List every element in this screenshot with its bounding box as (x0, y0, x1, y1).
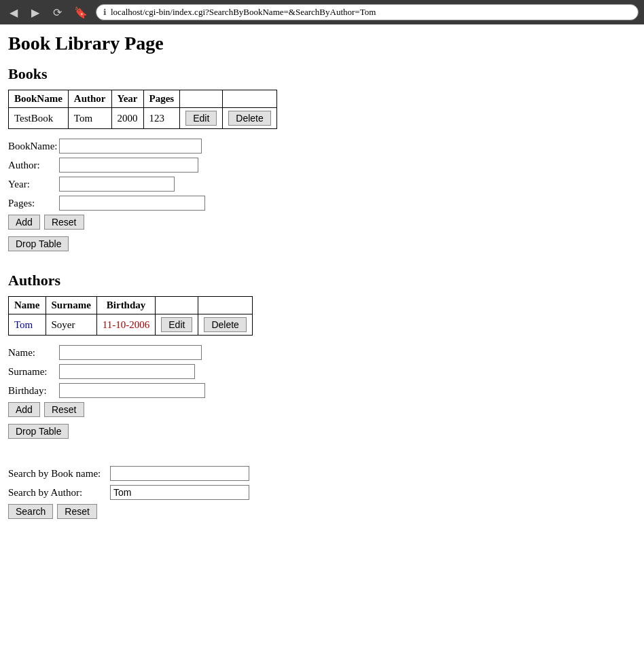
books-form-buttons: Add Reset (8, 215, 636, 230)
books-reset-button[interactable]: Reset (44, 215, 84, 230)
search-author-input[interactable] (110, 485, 249, 500)
search-bookname-group: Search by Book name: (8, 466, 636, 481)
books-drop-table-button[interactable]: Drop Table (8, 236, 69, 251)
books-bookname-input[interactable] (59, 139, 202, 154)
books-year-label: Year: (8, 179, 59, 190)
authors-col-surname: Surname (46, 297, 96, 314)
authors-birthday-group: Birthday: (8, 383, 636, 398)
authors-drop-table-button[interactable]: Drop Table (8, 424, 69, 439)
browser-chrome: ◀ ▶ ⟳ 🔖 ℹ localhost/cgi-bin/index.cgi?Se… (0, 0, 644, 24)
authors-section: Authors Name Surname Birthday Tom Soyer … (8, 272, 636, 452)
lock-icon: ℹ (103, 7, 107, 18)
books-section: Books BookName Author Year Pages TestBoo… (8, 65, 636, 265)
page-title: Book Library Page (8, 33, 636, 54)
authors-col-edit-header (156, 297, 198, 314)
search-bookname-input[interactable] (110, 466, 249, 481)
books-pages-group: Pages: (8, 196, 636, 211)
authors-surname-input[interactable] (59, 364, 195, 379)
reload-button[interactable]: ⟳ (49, 5, 66, 20)
authors-table: Name Surname Birthday Tom Soyer 11-10-20… (8, 296, 253, 336)
books-author-label: Author: (8, 160, 59, 171)
books-col-author: Author (68, 90, 111, 108)
authors-name-input[interactable] (59, 345, 202, 360)
books-year-group: Year: (8, 177, 636, 192)
books-row-delete-cell: Delete (223, 108, 276, 129)
forward-button[interactable]: ▶ (27, 5, 43, 20)
authors-birthday-label: Birthday: (8, 385, 59, 397)
books-col-pages: Pages (143, 90, 180, 108)
authors-reset-button[interactable]: Reset (44, 402, 84, 417)
authors-form: Name: Surname: Birthday: Add Reset (8, 345, 636, 417)
books-form: BookName: Author: Year: Pages: Add Reset (8, 139, 636, 230)
books-row-pages: 123 (143, 108, 180, 129)
books-table: BookName Author Year Pages TestBook Tom … (8, 90, 277, 129)
books-delete-button[interactable]: Delete (228, 111, 270, 126)
search-author-group: Search by Author: (8, 485, 636, 500)
authors-row-name: Tom (9, 314, 46, 336)
authors-surname-group: Surname: (8, 364, 636, 379)
authors-section-title: Authors (8, 272, 636, 289)
authors-row-birthday: 11-10-2006 (96, 314, 155, 336)
authors-row-edit-cell: Edit (156, 314, 198, 336)
authors-col-birthday: Birthday (96, 297, 155, 314)
books-bookname-label: BookName: (8, 141, 59, 152)
books-year-input[interactable] (59, 177, 175, 192)
search-buttons: Search Reset (8, 504, 636, 519)
books-author-group: Author: (8, 158, 636, 173)
bookmark-button[interactable]: 🔖 (71, 5, 90, 20)
authors-table-row: Tom Soyer 11-10-2006 Edit Delete (9, 314, 253, 336)
books-row-edit-cell: Edit (180, 108, 223, 129)
authors-col-name: Name (9, 297, 46, 314)
authors-col-delete-header (198, 297, 252, 314)
authors-delete-button[interactable]: Delete (204, 317, 246, 332)
books-col-year: Year (111, 90, 143, 108)
books-bookname-group: BookName: (8, 139, 636, 154)
books-add-button[interactable]: Add (8, 215, 40, 230)
authors-row-delete-cell: Delete (198, 314, 252, 336)
books-col-edit-header (180, 90, 223, 108)
authors-add-button[interactable]: Add (8, 402, 40, 417)
books-row-year: 2000 (111, 108, 143, 129)
search-bookname-label: Search by Book name: (8, 468, 110, 480)
authors-edit-button[interactable]: Edit (161, 317, 192, 332)
search-author-label: Search by Author: (8, 487, 110, 499)
search-button[interactable]: Search (8, 504, 53, 519)
books-edit-button[interactable]: Edit (185, 111, 217, 126)
authors-form-buttons: Add Reset (8, 402, 636, 417)
books-col-delete-header (223, 90, 276, 108)
authors-name-group: Name: (8, 345, 636, 360)
address-bar: ℹ localhost/cgi-bin/index.cgi?SearchByBo… (96, 4, 639, 20)
back-button[interactable]: ◀ (5, 5, 22, 20)
search-reset-button[interactable]: Reset (57, 504, 97, 519)
search-section: Search by Book name: Search by Author: S… (8, 466, 636, 519)
url-text: localhost/cgi-bin/index.cgi?SearchByBook… (111, 7, 376, 18)
books-col-bookname: BookName (9, 90, 69, 108)
authors-row-surname: Soyer (46, 314, 96, 336)
authors-surname-label: Surname: (8, 366, 59, 378)
authors-name-label: Name: (8, 347, 59, 359)
books-pages-input[interactable] (59, 196, 205, 211)
authors-birthday-input[interactable] (59, 383, 205, 398)
books-row-author: Tom (68, 108, 111, 129)
books-row-bookname: TestBook (9, 108, 69, 129)
books-pages-label: Pages: (8, 198, 59, 209)
books-table-row: TestBook Tom 2000 123 Edit Delete (9, 108, 277, 129)
books-author-input[interactable] (59, 158, 198, 173)
books-section-title: Books (8, 65, 636, 83)
